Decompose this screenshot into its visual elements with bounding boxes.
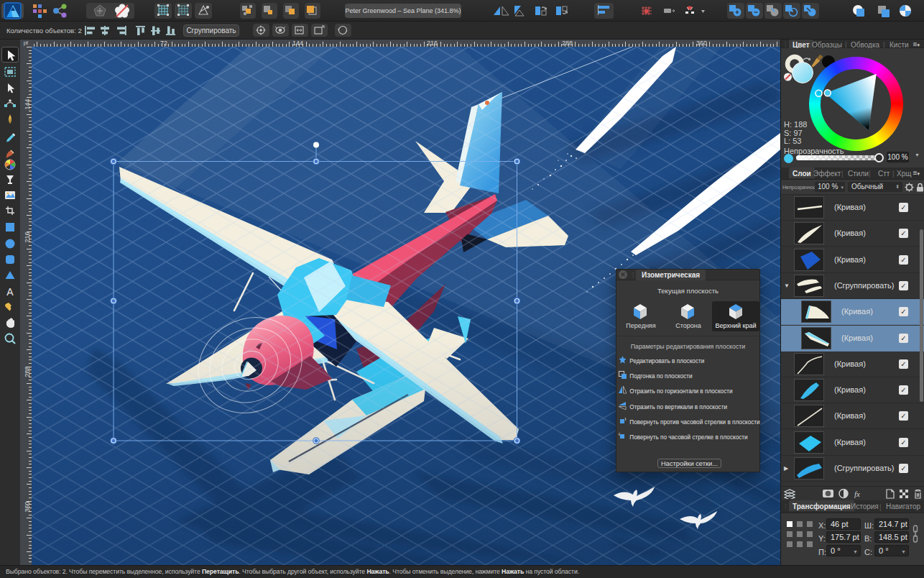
- svg-text:fx: fx: [854, 490, 860, 498]
- svg-text:A: A: [6, 286, 14, 298]
